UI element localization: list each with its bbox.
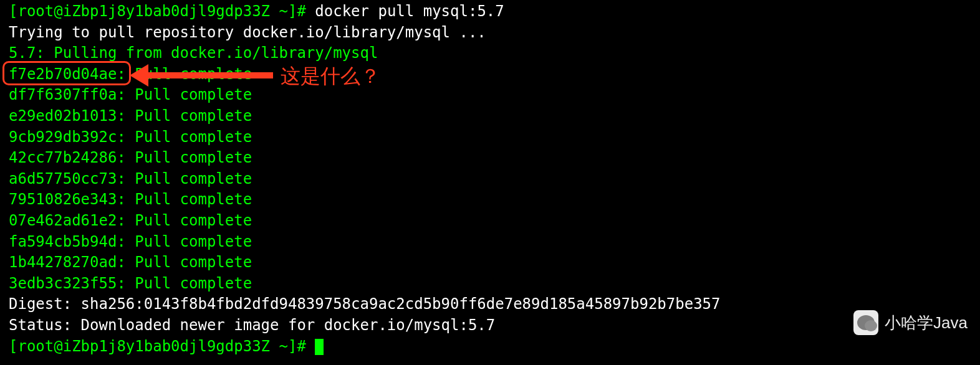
watermark: 小哈学Java: [853, 310, 968, 335]
layer-hash: 9cb929db392c:: [9, 128, 135, 146]
arrow-line-icon: [145, 72, 273, 78]
layer-line: df7f6307ff0a: Pull complete: [9, 85, 971, 106]
layer-line: 9cb929db392c: Pull complete: [9, 127, 971, 148]
prompt-user-host: root@iZbp1j8y1bab0djl9gdp33Z ~: [17, 2, 287, 20]
layer-line: fa594cb5b94d: Pull complete: [9, 232, 971, 253]
layer-hash: 3edb3c323f55:: [9, 275, 135, 292]
layer-status: Pull complete: [135, 107, 252, 125]
layer-status: Pull complete: [135, 191, 252, 208]
watermark-text: 小哈学Java: [885, 311, 968, 334]
layer-hash: 79510826e343:: [9, 191, 135, 208]
annotation-arrow: [130, 61, 273, 86]
layer-hash: a6d57750cc73:: [9, 170, 135, 187]
layer-status: Pull complete: [135, 254, 252, 271]
layer-line: a6d57750cc73: Pull complete: [9, 169, 971, 190]
cursor-icon: [315, 339, 324, 355]
layer-status: Pull complete: [135, 212, 252, 229]
layer-hash: 07e462ad61e2:: [9, 212, 135, 229]
output-status: Status: Downloaded newer image for docke…: [9, 315, 971, 336]
prompt-bracket-close: ]#: [288, 338, 306, 355]
layer-status: Pull complete: [135, 233, 252, 250]
annotation-text: 这是什么？: [281, 62, 380, 90]
layer-line: 42cc77b24286: Pull complete: [9, 148, 971, 169]
prompt-trailing: [306, 338, 315, 355]
wechat-icon: [853, 310, 878, 335]
prompt-user-host: root@iZbp1j8y1bab0djl9gdp33Z ~: [17, 338, 287, 355]
terminal-prompt-line-2[interactable]: [root@iZbp1j8y1bab0djl9gdp33Z ~]#: [9, 336, 971, 358]
layer-hash: e29ed02b1013:: [9, 107, 135, 125]
layer-hash: df7f6307ff0a:: [9, 86, 135, 103]
terminal-prompt-line-1[interactable]: [root@iZbp1j8y1bab0djl9gdp33Z ~]# docker…: [9, 1, 971, 22]
output-digest: Digest: sha256:0143f8b4fbd2dfd94839758ca…: [9, 294, 971, 315]
command-text: docker pull mysql:5.7: [306, 2, 504, 20]
layer-line: e29ed02b1013: Pull complete: [9, 106, 971, 127]
layer-line: 07e462ad61e2: Pull complete: [9, 211, 971, 232]
prompt-bracket-open: [: [9, 2, 17, 20]
layer-hash: 1b44278270ad:: [9, 254, 135, 271]
prompt-bracket-close: ]#: [288, 2, 306, 20]
layer-status: Pull complete: [135, 149, 252, 166]
prompt-bracket-open: [: [9, 338, 17, 355]
layer-hash: 42cc77b24286:: [9, 149, 135, 166]
layer-status: Pull complete: [135, 128, 252, 146]
annotation-highlight-box: [2, 61, 131, 85]
layer-status: Pull complete: [135, 275, 252, 292]
layer-line: 3edb3c323f55: Pull complete: [9, 273, 971, 295]
layer-hash: fa594cb5b94d:: [9, 233, 135, 250]
layer-line: 79510826e343: Pull complete: [9, 189, 971, 211]
layer-line: 1b44278270ad: Pull complete: [9, 252, 971, 273]
layer-status: Pull complete: [135, 170, 252, 187]
layer-status: Pull complete: [135, 86, 252, 103]
output-trying: Trying to pull repository docker.io/libr…: [9, 22, 971, 44]
